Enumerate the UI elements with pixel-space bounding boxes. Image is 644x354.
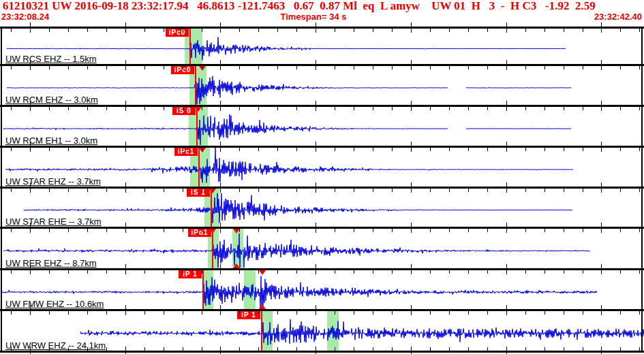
minor-time-tick	[564, 347, 564, 351]
phase-pick-line[interactable]	[211, 189, 212, 227]
phase-pick-flag[interactable]: iPc0	[166, 29, 189, 37]
minor-time-tick	[583, 229, 583, 232]
major-time-tick	[30, 264, 31, 274]
minor-time-tick	[430, 229, 431, 232]
trace-panel-uw-wrw-ehz[interactable]: iP 1UW WRW EHZ -- 24.1km	[0, 310, 644, 351]
waveform-trace	[80, 319, 644, 345]
trace-panel-uw-fmw-ehz[interactable]: iP 1UW FMW EHZ -- 10.6km	[0, 269, 644, 310]
minor-time-tick	[468, 107, 469, 110]
minor-time-tick	[449, 148, 450, 151]
arrival-marker-down-triangle	[209, 229, 216, 234]
minor-time-tick	[49, 29, 50, 32]
major-time-tick	[30, 142, 31, 152]
phase-pick-line[interactable]	[261, 311, 262, 351]
seismogram-waveform[interactable]	[0, 27, 644, 65]
minor-time-tick	[525, 270, 526, 274]
seismogram-waveform[interactable]	[0, 227, 644, 269]
minor-time-tick	[354, 311, 354, 315]
minor-time-tick	[392, 29, 393, 32]
minor-time-tick	[335, 66, 335, 69]
arrival-marker-down-triangle	[199, 66, 206, 71]
trace-panel-uw-rcm-eh1[interactable]: iS 0UW RCM EH1 -- 3.0km	[0, 106, 644, 146]
phase-pick-line[interactable]	[212, 229, 213, 269]
minor-time-tick	[583, 347, 583, 351]
minor-time-tick	[354, 29, 354, 32]
minor-time-tick	[335, 229, 335, 232]
minor-time-tick	[202, 311, 202, 315]
phase-pick-flag[interactable]: iPc1	[174, 148, 198, 156]
trace-panel-uw-rer-ehz[interactable]: iPd1UW RER EHZ -- 8.7km	[0, 227, 644, 269]
minor-time-tick	[487, 311, 488, 315]
minor-time-tick	[296, 229, 297, 232]
minor-time-tick	[106, 107, 107, 110]
major-time-tick	[220, 101, 221, 111]
phase-pick-line[interactable]	[195, 66, 196, 106]
minor-time-tick	[164, 270, 164, 274]
phase-pick-line[interactable]	[189, 29, 191, 65]
minor-time-tick	[258, 66, 259, 69]
minor-time-tick	[144, 29, 145, 32]
minor-time-tick	[106, 311, 107, 315]
major-time-tick	[601, 142, 602, 152]
minor-time-tick	[183, 66, 183, 69]
minor-time-tick	[525, 66, 526, 69]
minor-time-tick	[164, 107, 164, 110]
major-time-tick	[316, 101, 316, 111]
minor-time-tick	[239, 189, 240, 192]
major-time-tick	[316, 305, 316, 315]
minor-time-tick	[564, 229, 564, 232]
minor-time-tick	[106, 270, 107, 274]
major-time-tick	[316, 264, 316, 274]
minor-time-tick	[545, 29, 545, 32]
minor-time-tick	[583, 270, 583, 274]
phase-pick-flag[interactable]: iPd1	[188, 229, 211, 237]
major-time-tick	[220, 347, 221, 354]
minor-time-tick	[277, 189, 278, 192]
minor-time-tick	[239, 347, 240, 351]
trace-panel-uw-rcs-ehz[interactable]: iPc0UW RCS EHZ -- 1.5km	[0, 27, 644, 65]
minor-time-tick	[392, 189, 393, 192]
minor-time-tick	[525, 347, 526, 351]
major-time-tick	[411, 101, 412, 111]
major-time-tick	[220, 305, 221, 315]
minor-time-tick	[449, 347, 450, 351]
trace-panel-uw-star-ehe[interactable]: iS 1UW STAR EHE -- 3.7km	[0, 187, 644, 227]
panel-separator-line	[0, 187, 644, 189]
minor-time-tick	[49, 66, 50, 69]
phase-pick-line[interactable]	[202, 270, 204, 310]
minor-time-tick	[11, 66, 12, 69]
minor-time-tick	[583, 66, 583, 69]
major-time-tick	[316, 347, 316, 354]
minor-time-tick	[202, 66, 202, 69]
trace-area-right-border	[641, 27, 643, 352]
minor-time-tick	[11, 347, 12, 351]
trace-area-left-border	[1, 27, 2, 352]
phase-pick-line[interactable]	[196, 107, 198, 146]
minor-time-tick	[277, 66, 278, 69]
minor-time-tick	[11, 29, 12, 32]
minor-time-tick	[620, 270, 621, 274]
major-time-tick	[411, 142, 412, 152]
phase-pick-line[interactable]	[198, 148, 200, 187]
trace-panel-uw-star-ehz[interactable]: iPc1UW STAR EHZ -- 3.7km	[0, 146, 644, 187]
major-time-tick	[411, 22, 412, 33]
minor-time-tick	[144, 189, 145, 192]
station-channel-label: UW RER EHZ -- 8.7km	[5, 258, 97, 268]
major-time-tick	[506, 347, 507, 354]
trace-panel-uw-rcm-ehz[interactable]: iPc0UW RCM EHZ -- 3.0km	[0, 65, 644, 106]
phase-pick-flag[interactable]: iS 1	[187, 189, 210, 197]
phase-pick-flag[interactable]: iP 1	[237, 311, 260, 319]
minor-time-tick	[373, 148, 373, 151]
major-time-tick	[316, 142, 316, 152]
major-time-tick	[411, 264, 412, 274]
station-channel-label: UW RCS EHZ -- 1.5km	[5, 54, 97, 64]
minor-time-tick	[87, 229, 88, 232]
minor-time-tick	[49, 107, 50, 110]
station-channel-label: UW FMW EHZ -- 10.6km	[5, 299, 104, 309]
phase-pick-flag[interactable]: iS 0	[172, 107, 196, 115]
minor-time-tick	[468, 66, 469, 69]
minor-time-tick	[564, 107, 564, 110]
minor-time-tick	[239, 311, 240, 315]
minor-time-tick	[373, 229, 373, 232]
minor-time-tick	[68, 270, 69, 274]
